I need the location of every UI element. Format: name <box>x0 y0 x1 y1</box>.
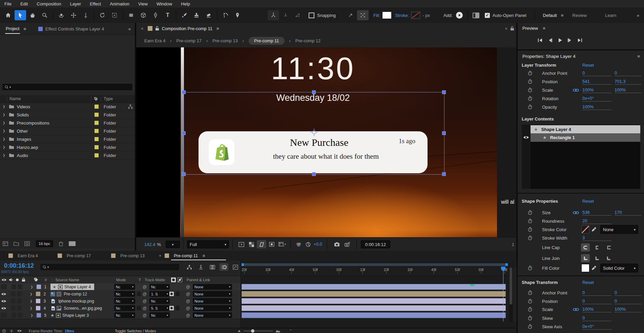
property-value[interactable]: 100% <box>582 87 611 93</box>
layer-name-chip[interactable]: ★ Shape Layer 4 <box>50 284 94 290</box>
exposure-reset-button[interactable] <box>304 240 312 248</box>
viewer-timecode-box[interactable]: 0:00:16:12 <box>361 240 390 248</box>
project-row[interactable]: ❯ Videos Folder <box>0 103 135 111</box>
project-row[interactable]: ❯ Hanzo.aep Folder <box>0 143 135 152</box>
project-row[interactable]: ❯ Images Folder <box>0 135 135 143</box>
matte-invert-cell[interactable] <box>175 292 180 296</box>
panel-dock-button[interactable] <box>473 13 479 18</box>
performance-icon[interactable] <box>9 329 14 333</box>
magnification-dropdown[interactable]: ▾ <box>166 241 180 248</box>
timeline-search-box[interactable]: ▾ <box>40 263 180 271</box>
preserve-transparency-cell[interactable] <box>137 292 141 296</box>
parent-link-dropdown[interactable]: None▾ <box>193 312 232 318</box>
twirl-chevron-icon[interactable]: ❯ <box>30 314 33 317</box>
property-value[interactable]: 170 <box>615 210 642 216</box>
layer-row-selected[interactable]: ❯ 1 ★ Shape Layer 4 Nc▾ @ Nc▾ @ None▾ <box>0 283 241 291</box>
property-value[interactable]: 541 <box>582 79 611 85</box>
hand-tool-button[interactable] <box>27 10 38 20</box>
lock-column-icon[interactable] <box>22 278 25 282</box>
clone-stamp-tool-button[interactable] <box>191 10 202 20</box>
project-row[interactable]: ❯ Solids Folder <box>0 111 135 119</box>
roto-brush-tool-button[interactable] <box>220 10 231 20</box>
parent-pickwhip-icon[interactable]: @ <box>186 299 190 304</box>
toggle-switches-button[interactable]: Toggle Switches / Modes <box>115 329 156 333</box>
fill-color-swatch[interactable] <box>581 264 589 272</box>
track-matte-dropdown[interactable]: 5. S▾ <box>149 305 170 311</box>
workspace-tab-learn[interactable]: Learn <box>605 13 616 18</box>
timeline-zoom-slider[interactable] <box>244 331 273 331</box>
label-color-swatch[interactable] <box>95 137 99 141</box>
eraser-tool-button[interactable] <box>203 10 214 20</box>
matte-pickwhip-icon[interactable]: @ <box>143 285 147 289</box>
render-status-icon[interactable] <box>2 329 6 333</box>
expand-caret-icon[interactable]: ⌃ <box>289 329 292 333</box>
trash-icon[interactable] <box>59 241 63 246</box>
stopwatch-icon[interactable] <box>527 290 533 295</box>
transparency-grid-button[interactable] <box>247 240 256 248</box>
stopwatch-icon[interactable] <box>527 324 533 329</box>
parent-link-dropdown[interactable]: None▾ <box>193 305 232 311</box>
selection-handle[interactable] <box>442 131 446 135</box>
play-button[interactable] <box>557 38 563 43</box>
solo-cell[interactable] <box>12 284 16 289</box>
property-value[interactable]: 0 <box>582 298 611 304</box>
previous-frame-button[interactable] <box>547 38 554 43</box>
exposure-value[interactable]: +0.0 <box>314 242 322 247</box>
stopwatch-icon[interactable] <box>527 70 533 76</box>
selection-tool-button[interactable] <box>15 10 26 20</box>
matte-alpha-icon[interactable] <box>171 278 176 282</box>
preserve-transparency-cell[interactable] <box>137 306 141 310</box>
layer-duration-bar[interactable] <box>242 291 506 297</box>
layer-label-swatch[interactable] <box>37 285 41 289</box>
layer-label-swatch[interactable] <box>36 299 40 303</box>
breadcrumb-item[interactable]: Earn Era 4 <box>144 38 165 43</box>
new-folder-icon[interactable] <box>14 242 19 246</box>
layer-row[interactable]: ❯ 5 ★ Shape Layer 3 Nc▾ @ Nc▾ @ None▾ <box>0 312 241 319</box>
lock-cell[interactable] <box>18 313 22 318</box>
expand-chevron-icon[interactable]: ❯ <box>3 129 5 133</box>
orbit-camera-tool-button[interactable] <box>56 10 67 20</box>
cube-tool-button[interactable] <box>138 10 149 20</box>
expand-chevron-icon[interactable]: ❯ <box>3 154 5 157</box>
rotation-tool-button[interactable] <box>97 10 108 20</box>
selection-handle[interactable] <box>182 131 186 135</box>
fast-previews-button[interactable] <box>236 240 246 248</box>
stopwatch-icon[interactable] <box>527 104 533 110</box>
snap-node-button-b[interactable] <box>280 10 291 20</box>
workspace-tab-default[interactable]: Default <box>543 13 557 18</box>
layer-duration-bar[interactable] <box>242 284 506 290</box>
viewer-panel-menu-icon[interactable]: ≡ <box>216 26 219 31</box>
solo-cell[interactable] <box>11 298 16 304</box>
layer-transform-reset-button[interactable]: Reset <box>582 63 594 68</box>
zoom-tool-button[interactable] <box>39 10 50 20</box>
line-join-miter-button[interactable] <box>581 254 590 262</box>
snap-path-button[interactable] <box>292 10 304 20</box>
timeline-tab[interactable]: Pre-comp 17 <box>67 253 91 258</box>
breadcrumb-item[interactable]: Pre-comp 12 <box>295 38 320 43</box>
tab-effect-controls[interactable]: Effect Controls Shape Layer 4 <box>45 26 104 31</box>
current-timecode[interactable]: 0:00:16:12 <box>4 262 34 269</box>
stopwatch-icon[interactable] <box>527 218 533 224</box>
menu-view[interactable]: View <box>134 0 152 7</box>
solo-cell[interactable] <box>12 313 16 318</box>
parent-link-dropdown[interactable]: None▾ <box>193 298 232 304</box>
motion-blur-button[interactable] <box>220 263 228 271</box>
panel-lock-icon[interactable] <box>510 26 514 31</box>
tab-project[interactable]: ​Project <box>5 24 20 34</box>
line-cap-round-button[interactable] <box>581 243 590 251</box>
region-of-interest-button[interactable] <box>267 240 276 248</box>
new-composition-icon[interactable] <box>24 241 30 246</box>
last-frame-button[interactable] <box>577 38 583 43</box>
matte-pickwhip-icon[interactable]: @ <box>143 292 147 296</box>
eyedropper-icon[interactable] <box>591 266 596 270</box>
property-value[interactable]: 0 <box>582 290 611 296</box>
layer-contents-row[interactable]: ★ Rectangle 1 <box>531 133 640 142</box>
home-tool-button[interactable] <box>2 10 14 20</box>
stopwatch-icon[interactable] <box>527 227 533 232</box>
eye-icon[interactable] <box>519 135 533 139</box>
eyedropper-icon[interactable] <box>591 227 596 232</box>
property-value[interactable]: 100% <box>615 87 642 93</box>
snapshot-button[interactable] <box>332 240 342 248</box>
menu-help[interactable]: Help <box>176 0 194 7</box>
column-type[interactable]: Type <box>104 96 113 101</box>
